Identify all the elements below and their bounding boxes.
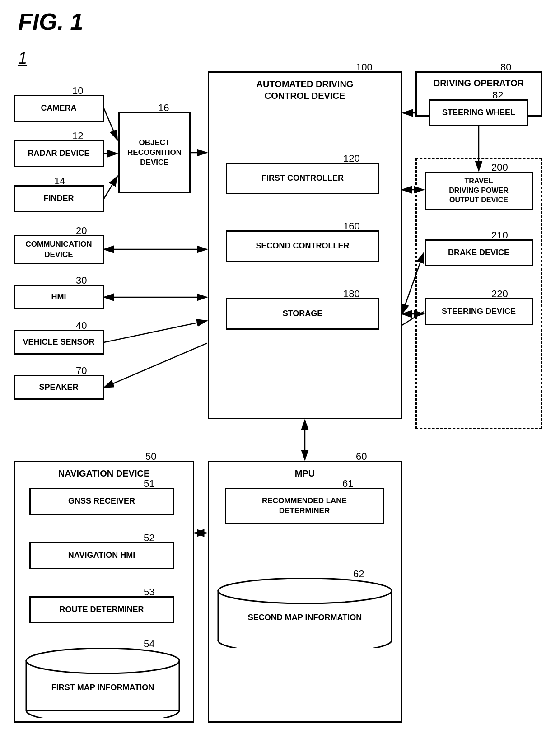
ref-12: 12 [72, 130, 83, 142]
brake-box: BRAKE DEVICE [425, 239, 533, 266]
ref-54: 54 [144, 638, 154, 650]
finder-box: FINDER [14, 185, 104, 212]
camera-box: CAMERA [14, 95, 104, 122]
fig-title: FIG. 1 [18, 8, 83, 35]
ref-220: 220 [491, 288, 508, 300]
communication-box: COMMUNICATIONDEVICE [14, 235, 104, 264]
ref-14: 14 [54, 175, 65, 187]
svg-point-1 [26, 648, 179, 673]
ref-120: 120 [343, 153, 360, 164]
ref-51: 51 [144, 478, 154, 490]
svg-line-13 [104, 321, 207, 342]
svg-line-9 [104, 176, 117, 199]
second-map-cylinder: SECOND MAP INFORMATION [217, 578, 393, 648]
hmi-box: HMI [14, 285, 104, 309]
route-determiner-box: ROUTE DETERMINER [29, 596, 174, 623]
first-map-cylinder: FIRST MAP INFORMATION [25, 648, 181, 718]
ref-200: 200 [491, 162, 508, 173]
ref-60: 60 [356, 451, 367, 463]
ref-10: 10 [72, 85, 83, 97]
svg-line-14 [104, 343, 207, 388]
gnss-box: GNSS RECEIVER [29, 488, 174, 515]
ref-80: 80 [500, 61, 511, 73]
recommended-lane-box: RECOMMENDED LANEDETERMINER [225, 488, 384, 524]
fig-number: 1 [18, 49, 27, 68]
second-controller-box: SECOND CONTROLLER [226, 230, 379, 262]
ref-61: 61 [342, 478, 353, 490]
first-controller-box: FIRST CONTROLLER [226, 163, 379, 194]
ref-70: 70 [76, 365, 87, 377]
ref-16: 16 [158, 102, 169, 114]
ref-50: 50 [145, 451, 156, 463]
steering-wheel-box: STEERING WHEEL [429, 99, 528, 126]
steering-device-box: STEERING DEVICE [425, 298, 533, 325]
ref-210: 210 [491, 229, 508, 241]
ref-20: 20 [76, 225, 87, 237]
travel-driving-box: TRAVELDRIVING POWEROUTPUT DEVICE [425, 172, 533, 210]
ref-82: 82 [492, 89, 503, 101]
second-map-label: SECOND MAP INFORMATION [243, 612, 366, 623]
speaker-box: SPEAKER [14, 375, 104, 400]
ref-160: 160 [343, 220, 360, 232]
first-map-label: FIRST MAP INFORMATION [47, 683, 159, 693]
ref-52: 52 [144, 532, 154, 544]
nav-hmi-box: NAVIGATION HMI [29, 542, 174, 569]
svg-line-7 [104, 108, 117, 140]
ref-180: 180 [343, 288, 360, 300]
svg-point-3 [218, 578, 392, 603]
object-recognition-box: OBJECTRECOGNITIONDEVICE [118, 112, 191, 193]
ref-100: 100 [356, 61, 373, 73]
storage-box: STORAGE [226, 298, 379, 330]
ref-30: 30 [76, 275, 87, 286]
ref-40: 40 [76, 320, 87, 332]
ref-53: 53 [144, 586, 154, 598]
radar-box: RADAR DEVICE [14, 140, 104, 167]
ref-62: 62 [353, 568, 364, 580]
vehicle-sensor-box: VEHICLE SENSOR [14, 330, 104, 355]
